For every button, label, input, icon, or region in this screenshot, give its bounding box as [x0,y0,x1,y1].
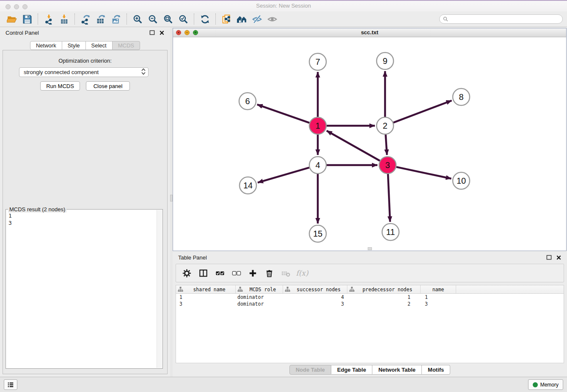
function-builder-button[interactable]: f(x) [297,268,308,279]
export-table-button[interactable] [93,13,108,25]
graph-node-15[interactable]: 15 [309,225,326,242]
task-history-button[interactable] [4,379,17,390]
search-box[interactable] [439,14,563,24]
graph-node-3[interactable]: 3 [379,157,396,174]
save-session-button[interactable] [19,13,35,25]
import-table-button[interactable] [56,13,72,25]
graph-edge-2-8[interactable] [394,101,452,123]
graph-node-10[interactable]: 10 [453,172,470,189]
graph-node-8[interactable]: 8 [453,88,470,105]
table-options-button[interactable] [181,268,192,279]
tab-motifs[interactable]: Motifs [422,365,450,375]
tab-style[interactable]: Style [62,41,86,50]
add-column-button[interactable] [247,268,258,279]
table-cell: 3 [283,301,347,307]
table-cell: 3 [421,301,456,307]
deselect-all-button[interactable] [231,268,242,279]
open-session-icon [7,14,17,25]
memory-button[interactable]: Memory [528,379,563,390]
select-all-button[interactable] [214,268,225,279]
graph-node-1[interactable]: 1 [309,117,326,134]
graph-edge-4-14[interactable] [258,168,309,182]
zoom-fit-button[interactable] [160,13,176,25]
search-input[interactable] [450,16,559,22]
graph-node-14[interactable]: 14 [239,177,256,194]
maximize-window-button[interactable] [22,4,28,9]
float-table-panel-icon[interactable] [546,255,552,260]
home-neighbors-button[interactable] [234,13,249,25]
zoom-out-button[interactable] [145,13,160,25]
export-image-button[interactable] [108,13,124,25]
network-close-button[interactable]: × [176,30,181,35]
select-stepper-icon [140,68,146,77]
table-row[interactable]: 1dominator411 [176,294,564,301]
delete-selected-button[interactable] [264,268,275,279]
tab-network[interactable]: Network [30,41,62,50]
mcds-result-scrollbar[interactable] [157,210,162,368]
hide-selected-button[interactable] [249,13,264,25]
optimization-criterion-select[interactable]: strongly connected component [19,67,149,77]
network-view-window: × − + scc.txt 7968124314101511 [173,28,567,251]
table-body: 1dominator4113dominator323 [176,294,564,307]
zoom-out-icon [148,14,158,25]
clone-network-button[interactable] [219,13,234,25]
close-window-button[interactable] [6,4,11,9]
tab-select[interactable]: Select [86,41,113,50]
network-maximize-button[interactable]: + [193,30,198,35]
status-bar: Memory [0,377,567,392]
column-header-MCDS-role[interactable]: MCDS role [236,285,283,293]
table-cell: dominator [236,301,283,307]
network-minimize-button[interactable]: − [184,30,190,35]
export-network-button[interactable] [78,13,93,25]
table-panel-header: Table Panel [173,252,567,263]
graph-edge-3-1[interactable] [327,131,380,161]
svg-text:11: 11 [386,227,395,237]
graph-node-4[interactable]: 4 [309,157,326,174]
minimize-window-button[interactable] [14,4,19,9]
network-canvas[interactable]: 7968124314101511 [173,37,566,251]
graph-node-7[interactable]: 7 [309,53,326,70]
tab-node-table[interactable]: Node Table [289,365,331,375]
optimization-criterion-label: Optimization criterion: [3,58,167,64]
graph-node-9[interactable]: 9 [377,52,394,69]
svg-text:2: 2 [383,121,387,130]
close-panel-button[interactable]: Close panel [86,81,130,91]
export-image-icon [111,14,121,25]
graph-edge-2-3[interactable] [385,135,387,155]
mcds-result-list[interactable]: 1 3 [7,211,156,367]
column-header-predecessor-nodes[interactable]: predecessor nodes [347,285,421,293]
zoom-selected-button[interactable] [176,13,191,25]
network-resize-handle[interactable] [368,247,372,250]
column-header-name[interactable]: name [421,285,456,293]
float-panel-icon[interactable] [149,30,155,36]
column-header-shared-name[interactable]: shared name [176,285,236,293]
tab-mcds[interactable]: MCDS [113,41,140,50]
apply-layout-button[interactable] [197,13,212,25]
control-panel-tabs: NetworkStyleSelectMCDS [0,41,170,50]
close-table-panel-icon[interactable] [556,255,561,260]
delete-table-button[interactable] [280,268,291,279]
import-network-button[interactable] [41,13,56,25]
graph-node-11[interactable]: 11 [382,224,399,240]
svg-text:15: 15 [313,229,322,238]
zoom-in-button[interactable] [130,13,145,25]
tab-edge-table[interactable]: Edge Table [331,365,372,375]
close-panel-icon[interactable] [159,30,165,36]
run-mcds-button[interactable]: Run MCDS [40,81,80,91]
column-header-successor-nodes[interactable]: successor nodes [283,285,347,293]
open-session-button[interactable] [4,13,19,25]
window-titlebar: Session: New Session [0,0,567,11]
graph-edge-3-11[interactable] [388,174,390,222]
graph-edge-3-10[interactable] [396,167,451,179]
apply-layout-icon [200,14,210,25]
graph-node-6[interactable]: 6 [239,93,256,110]
control-panel-title: Control Panel [6,30,39,36]
graph-node-2[interactable]: 2 [377,117,394,134]
deselect-all-icon [231,268,241,278]
toggle-views-button[interactable] [198,268,209,279]
graph-edge-1-6[interactable] [257,105,310,123]
show-all-button[interactable] [264,13,280,25]
table-row[interactable]: 3dominator323 [176,301,564,307]
network-window-titlebar: × − + scc.txt [173,28,566,37]
tab-network-table[interactable]: Network Table [372,365,422,375]
